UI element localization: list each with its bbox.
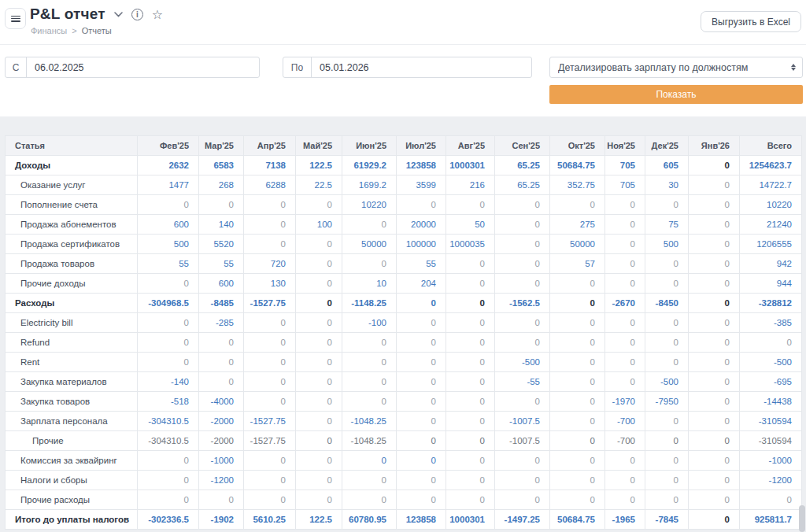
cell-value-link[interactable]: 352.75 xyxy=(550,175,605,195)
breadcrumb-parent[interactable]: Финансы xyxy=(31,26,67,35)
cell-value-link[interactable]: -2670 xyxy=(605,294,645,313)
cell-value-link[interactable]: 216 xyxy=(446,175,495,195)
cell-value-link[interactable]: 204 xyxy=(397,274,446,294)
cell-value-link[interactable]: -310594 xyxy=(740,412,802,431)
cell-value-link[interactable]: 123858 xyxy=(397,156,446,175)
cell-value-link[interactable]: 55 xyxy=(397,254,446,274)
cell-value-link[interactable]: 6288 xyxy=(244,175,296,195)
info-icon[interactable]: i xyxy=(131,9,143,20)
cell-value-link[interactable]: 720 xyxy=(244,254,296,274)
cell-value-link[interactable]: 20000 xyxy=(397,215,446,235)
cell-value-link[interactable]: 1000301 xyxy=(446,156,495,175)
cell-value-link[interactable]: 1206555 xyxy=(740,235,802,254)
cell-value-link[interactable]: 100000 xyxy=(397,235,446,254)
cell-value-link[interactable]: 600 xyxy=(199,274,244,294)
vertical-scrollbar-thumb[interactable] xyxy=(799,505,805,532)
cell-value-link[interactable]: -2000 xyxy=(199,412,244,431)
cell-value-link[interactable]: -500 xyxy=(645,372,689,392)
cell-value-link[interactable]: -1527.75 xyxy=(244,412,296,431)
cell-value-link[interactable]: 50 xyxy=(446,215,495,235)
cell-value-link[interactable]: -328812 xyxy=(740,294,802,313)
cell-value-link[interactable]: 100 xyxy=(296,215,342,235)
star-icon[interactable]: ☆ xyxy=(152,9,163,20)
cell-value-link[interactable]: 925811.7 xyxy=(740,510,802,530)
cell-value-link[interactable]: -1200 xyxy=(199,471,244,490)
cell-value-link[interactable]: 10220 xyxy=(740,195,802,215)
cell-value-link[interactable]: 65.25 xyxy=(495,156,550,175)
cell-value-link[interactable]: 3599 xyxy=(397,175,446,195)
cell-value-link[interactable]: -695 xyxy=(740,372,802,392)
show-button[interactable]: Показать xyxy=(549,85,803,104)
cell-value-link[interactable]: -1970 xyxy=(605,392,645,412)
cell-value-link[interactable]: 1254623.7 xyxy=(740,156,802,175)
cell-value-link[interactable]: -1965 xyxy=(605,510,645,530)
cell-value-link[interactable]: -500 xyxy=(495,353,550,372)
salary-detail-select[interactable]: Детализировать зарплату по должностям xyxy=(549,57,803,78)
cell-value-link[interactable]: 1477 xyxy=(138,175,199,195)
cell-value-link[interactable]: -1200 xyxy=(740,471,802,490)
cell-value-link[interactable]: -8450 xyxy=(645,294,689,313)
cell-value-link[interactable]: 268 xyxy=(199,175,244,195)
cell-value-link[interactable]: 0 xyxy=(397,451,446,471)
cell-value-link[interactable]: 7138 xyxy=(244,156,296,175)
cell-value-link[interactable]: 10 xyxy=(342,274,397,294)
cell-value-link[interactable]: 5610.25 xyxy=(244,510,296,530)
cell-value-link[interactable]: -304968.5 xyxy=(138,294,199,313)
cell-value-link[interactable]: 60780.95 xyxy=(342,510,397,530)
cell-value-link[interactable]: -4000 xyxy=(199,392,244,412)
cell-value-link[interactable]: -1527.75 xyxy=(244,294,296,313)
cell-value-link[interactable]: -700 xyxy=(605,412,645,431)
date-from-input[interactable] xyxy=(27,57,259,77)
cell-value-link[interactable]: -14438 xyxy=(740,392,802,412)
cell-value-link[interactable]: -1902 xyxy=(199,510,244,530)
cell-value-link[interactable]: -302336.5 xyxy=(138,510,199,530)
cell-value-link[interactable]: -1000 xyxy=(199,451,244,471)
export-excel-button[interactable]: Выгрузить в Excel xyxy=(701,11,801,32)
chevron-down-icon[interactable] xyxy=(114,12,123,17)
cell-value-link[interactable]: 50000 xyxy=(550,235,605,254)
cell-value-link[interactable]: -1497.25 xyxy=(495,510,550,530)
cell-value-link[interactable]: 123858 xyxy=(397,510,446,530)
cell-value-link[interactable]: 75 xyxy=(645,215,689,235)
cell-value-link[interactable]: 50684.75 xyxy=(550,156,605,175)
cell-value-link[interactable]: 65.25 xyxy=(495,175,550,195)
cell-value-link[interactable]: -518 xyxy=(138,392,199,412)
cell-value-link[interactable]: 10220 xyxy=(342,195,397,215)
cell-value-link[interactable]: 1699.2 xyxy=(342,175,397,195)
cell-value-link[interactable]: 55 xyxy=(138,254,199,274)
cell-value-link[interactable]: -55 xyxy=(495,372,550,392)
cell-value-link[interactable]: 130 xyxy=(244,274,296,294)
cell-value-link[interactable]: 605 xyxy=(645,156,689,175)
cell-value-link[interactable]: 21240 xyxy=(740,215,802,235)
cell-value-link[interactable]: 61929.2 xyxy=(342,156,397,175)
cell-value-link[interactable]: 30 xyxy=(645,175,689,195)
cell-value-link[interactable]: 55 xyxy=(199,254,244,274)
cell-value-link[interactable]: -100 xyxy=(342,313,397,333)
cell-value-link[interactable]: -385 xyxy=(740,313,802,333)
cell-value-link[interactable]: -1007.5 xyxy=(495,412,550,431)
cell-value-link[interactable]: -500 xyxy=(740,353,802,372)
cell-value-link[interactable]: -1148.25 xyxy=(342,294,397,313)
cell-value-link[interactable]: -8485 xyxy=(199,294,244,313)
cell-value-link[interactable]: 57 xyxy=(550,254,605,274)
cell-value-link[interactable]: -304310.5 xyxy=(138,412,199,431)
cell-value-link[interactable]: 6583 xyxy=(199,156,244,175)
cell-value-link[interactable]: -1562.5 xyxy=(495,294,550,313)
cell-value-link[interactable]: -285 xyxy=(199,313,244,333)
cell-value-link[interactable]: 1000035 xyxy=(446,235,495,254)
cell-value-link[interactable]: -1000 xyxy=(740,451,802,471)
cell-value-link[interactable]: 1000301 xyxy=(446,510,495,530)
cell-value-link[interactable]: 500 xyxy=(645,235,689,254)
cell-value-link[interactable]: 942 xyxy=(740,254,802,274)
cell-value-link[interactable]: -140 xyxy=(138,372,199,392)
cell-value-link[interactable]: 50000 xyxy=(342,235,397,254)
cell-value-link[interactable]: -7950 xyxy=(645,392,689,412)
cell-value-link[interactable]: 944 xyxy=(740,274,802,294)
cell-value-link[interactable]: 500 xyxy=(138,235,199,254)
cell-value-link[interactable]: 14722.7 xyxy=(740,175,802,195)
cell-value-link[interactable]: 0 xyxy=(342,451,397,471)
cell-value-link[interactable]: 122.5 xyxy=(296,156,342,175)
cell-value-link[interactable]: 705 xyxy=(605,156,645,175)
cell-value-link[interactable]: 5520 xyxy=(199,235,244,254)
cell-value-link[interactable]: -1048.25 xyxy=(342,412,397,431)
